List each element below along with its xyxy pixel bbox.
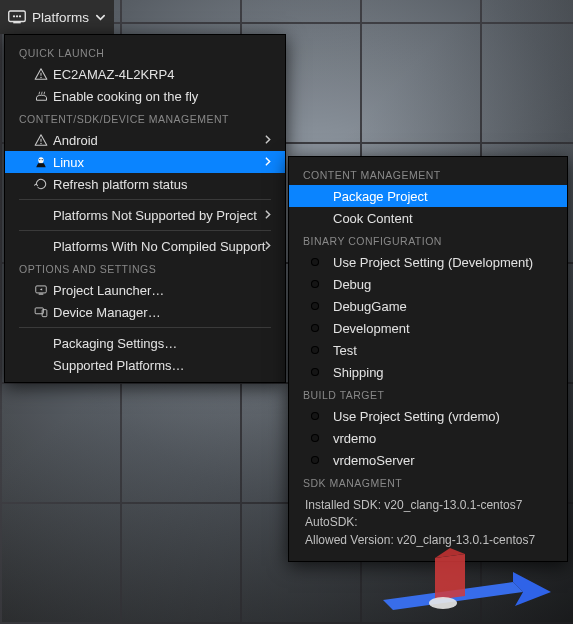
sdk-installed: Installed SDK: v20_clang-13.0.1-centos7: [305, 497, 551, 514]
section-options: OPTIONS AND SETTINGS: [9, 257, 281, 279]
menu-supported-platforms[interactable]: Supported Platforms…: [9, 354, 281, 376]
radio-icon: [311, 368, 319, 376]
menu-label: Android: [53, 133, 271, 148]
menu-label: Test: [333, 343, 553, 358]
platforms-dropdown-button[interactable]: Platforms: [0, 0, 114, 34]
device-icon: [33, 304, 49, 320]
menu-no-compiled[interactable]: Platforms With No Compiled Support: [9, 235, 281, 257]
radio-use-project-dev[interactable]: Use Project Setting (Development): [293, 251, 563, 273]
menu-packaging-settings[interactable]: Packaging Settings…: [9, 332, 281, 354]
svg-marker-17: [513, 572, 551, 606]
menu-label: Package Project: [333, 189, 553, 204]
menu-label: Project Launcher…: [53, 283, 271, 298]
cook-icon: [33, 88, 49, 104]
menu-project-launcher[interactable]: Project Launcher…: [9, 279, 281, 301]
radio-icon: [311, 280, 319, 288]
menu-not-supported[interactable]: Platforms Not Supported by Project: [9, 204, 281, 226]
menu-label: Cook Content: [333, 211, 553, 226]
menu-enable-cooking[interactable]: Enable cooking on the fly: [9, 85, 281, 107]
menu-linux[interactable]: Linux: [5, 151, 285, 173]
radio-icon: [311, 324, 319, 332]
menu-label: Use Project Setting (vrdemo): [333, 409, 553, 424]
radio-vrdemo[interactable]: vrdemo: [293, 427, 563, 449]
svg-point-20: [429, 597, 457, 609]
separator: [19, 230, 271, 231]
refresh-icon: [33, 176, 49, 192]
platforms-icon: [8, 10, 26, 24]
menu-device-manager[interactable]: Device Manager…: [9, 301, 281, 323]
menu-label: Use Project Setting (Development): [333, 255, 553, 270]
radio-icon: [311, 456, 319, 464]
menu-refresh-platform-status[interactable]: Refresh platform status: [9, 173, 281, 195]
svg-rect-13: [39, 294, 44, 295]
svg-point-2: [13, 15, 15, 17]
section-quick-launch: QUICK LAUNCH: [9, 41, 281, 63]
menu-label: Debug: [333, 277, 553, 292]
menu-label: Supported Platforms…: [53, 358, 271, 373]
chevron-down-icon: [95, 12, 106, 23]
menu-label: Refresh platform status: [53, 177, 271, 192]
radio-icon: [311, 258, 319, 266]
radio-use-project-vrdemo[interactable]: Use Project Setting (vrdemo): [293, 405, 563, 427]
radio-icon: [311, 434, 319, 442]
chevron-right-icon: [263, 208, 273, 223]
platforms-label: Platforms: [32, 10, 89, 25]
svg-point-10: [39, 159, 40, 160]
radio-shipping[interactable]: Shipping: [293, 361, 563, 383]
menu-label: Development: [333, 321, 553, 336]
menu-label: Device Manager…: [53, 305, 271, 320]
menu-label: Platforms Not Supported by Project: [53, 208, 271, 223]
warning-icon: [33, 132, 49, 148]
menu-label: vrdemo: [333, 431, 553, 446]
menu-cook-content[interactable]: Cook Content: [293, 207, 563, 229]
svg-point-8: [40, 143, 41, 144]
svg-point-3: [16, 15, 18, 17]
section-build-target: BUILD TARGET: [293, 383, 563, 405]
sdk-auto: AutoSDK:: [305, 514, 551, 531]
warning-icon: [33, 66, 49, 82]
menu-ec2-instance[interactable]: EC2AMAZ-4L2KRP4: [9, 63, 281, 85]
platforms-menu: QUICK LAUNCH EC2AMAZ-4L2KRP4 Enable cook…: [4, 34, 286, 383]
menu-label: vrdemoServer: [333, 453, 553, 468]
separator: [19, 199, 271, 200]
linux-icon: [33, 154, 49, 170]
radio-icon: [311, 412, 319, 420]
menu-android[interactable]: Android: [9, 129, 281, 151]
menu-label: Shipping: [333, 365, 553, 380]
svg-point-6: [40, 77, 41, 78]
radio-debug[interactable]: Debug: [293, 273, 563, 295]
radio-vrdemoserver[interactable]: vrdemoServer: [293, 449, 563, 471]
chevron-right-icon: [263, 155, 273, 170]
menu-label: DebugGame: [333, 299, 553, 314]
radio-test[interactable]: Test: [293, 339, 563, 361]
linux-submenu: CONTENT MANAGEMENT Package Project Cook …: [288, 156, 568, 562]
radio-icon: [311, 346, 319, 354]
section-content-management: CONTENT/SDK/DEVICE MANAGEMENT: [9, 107, 281, 129]
sdk-info: Installed SDK: v20_clang-13.0.1-centos7 …: [293, 493, 563, 555]
radio-development[interactable]: Development: [293, 317, 563, 339]
svg-point-4: [19, 15, 21, 17]
section-binary-config: BINARY CONFIGURATION: [293, 229, 563, 251]
radio-icon: [311, 302, 319, 310]
sdk-allowed: Allowed Version: v20_clang-13.0.1-centos…: [305, 532, 551, 549]
svg-point-11: [42, 159, 43, 160]
chevron-right-icon: [263, 133, 273, 148]
menu-label: Enable cooking on the fly: [53, 89, 271, 104]
separator: [19, 327, 271, 328]
menu-label: Platforms With No Compiled Support: [53, 239, 271, 254]
launcher-icon: [33, 282, 49, 298]
menu-label: EC2AMAZ-4L2KRP4: [53, 67, 271, 82]
svg-marker-16: [383, 582, 523, 610]
section-content-mgmt: CONTENT MANAGEMENT: [293, 163, 563, 185]
menu-package-project[interactable]: Package Project: [289, 185, 567, 207]
menu-label: Linux: [53, 155, 271, 170]
section-sdk: SDK MANAGMENT: [293, 471, 563, 493]
menu-label: Packaging Settings…: [53, 336, 271, 351]
radio-debuggame[interactable]: DebugGame: [293, 295, 563, 317]
chevron-right-icon: [263, 239, 273, 254]
svg-rect-1: [13, 22, 21, 24]
